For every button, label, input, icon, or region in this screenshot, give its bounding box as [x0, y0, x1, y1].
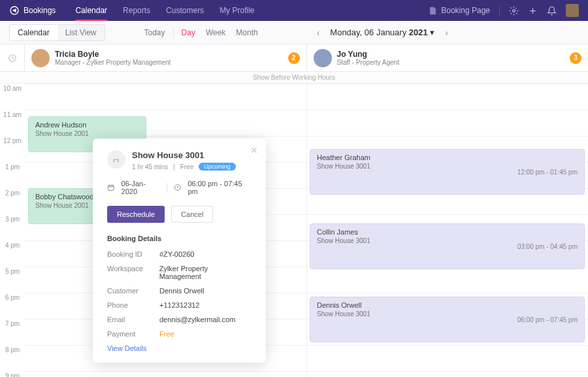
- clock-icon: [0, 44, 25, 71]
- booking-type-icon: [107, 150, 125, 169]
- calendar-event[interactable]: Heather GrahamShow House 300112:00 pm - …: [310, 149, 585, 195]
- separator: [173, 27, 174, 38]
- close-icon[interactable]: ✕: [250, 145, 258, 156]
- staff-column-2[interactable]: Jo Yung Staff - Property Agent 3: [307, 44, 589, 71]
- popover-price: Free: [180, 163, 194, 171]
- prev-day-button[interactable]: ‹: [317, 27, 320, 38]
- range-month[interactable]: Month: [236, 28, 257, 37]
- sub-bar: Calendar List View Today Day Week Month …: [0, 21, 588, 44]
- avatar: [31, 49, 50, 67]
- avatar: [314, 49, 332, 67]
- calendar-event[interactable]: Collin JamesShow House 300103:00 pm - 04…: [310, 223, 585, 269]
- svg-point-1: [513, 9, 515, 12]
- staff-name: Tricia Boyle: [55, 50, 283, 59]
- hour-label: 12 pm: [0, 136, 25, 162]
- hour-label: 10 am: [0, 84, 25, 110]
- popover-title: Show House 3001: [132, 150, 236, 160]
- payment-value: Free: [159, 330, 174, 338]
- before-hours-toggle[interactable]: Show Before Working Hours: [0, 72, 588, 84]
- hour-label: 8 pm: [0, 345, 25, 371]
- today-button[interactable]: Today: [144, 28, 165, 37]
- staff-badge: 2: [288, 52, 300, 64]
- popover-duration: 1 hr 45 mins: [132, 163, 168, 171]
- range-segment: Day Week Month: [182, 28, 258, 37]
- hour-label: 3 pm: [0, 214, 25, 240]
- brand-text: Bookings: [24, 6, 56, 15]
- hour-label: 11 am: [0, 110, 25, 136]
- section-heading: Booking Details: [107, 235, 252, 242]
- view-calendar[interactable]: Calendar: [10, 25, 57, 41]
- hour-label: 1 pm: [0, 162, 25, 188]
- hour-label: 2 pm: [0, 188, 25, 214]
- calendar-icon: [107, 184, 115, 191]
- svg-rect-3: [108, 186, 114, 191]
- cancel-button[interactable]: Cancel: [171, 206, 213, 223]
- hour-label: 5 pm: [0, 267, 25, 293]
- top-right: Booking Page: [428, 4, 579, 17]
- user-avatar[interactable]: [566, 4, 579, 17]
- nav-profile[interactable]: My Profile: [220, 0, 254, 21]
- staff-header: Tricia Boyle Manager - Zylker Property M…: [0, 44, 588, 72]
- workspace-value: Zylker Property Management: [159, 265, 252, 280]
- email-value: dennis@zylkermail.com: [159, 316, 235, 323]
- hour-label: 6 pm: [0, 293, 25, 319]
- hour-label: 4 pm: [0, 240, 25, 267]
- customer-value: Dennis Orwell: [159, 287, 204, 295]
- calendar-grid: 10 am11 am12 pm1 pm2 pm3 pm4 pm5 pm6 pm7…: [0, 84, 588, 377]
- range-week[interactable]: Week: [206, 28, 225, 37]
- range-day[interactable]: Day: [182, 28, 195, 37]
- nav-calendar[interactable]: Calendar: [75, 0, 107, 21]
- bell-icon[interactable]: [547, 6, 557, 16]
- view-details-link[interactable]: View Details: [107, 344, 252, 352]
- popover-time: 06:00 pm - 07:45 pm: [188, 180, 252, 195]
- reschedule-button[interactable]: Reschedule: [107, 206, 165, 223]
- hour-label: 9 pm: [0, 371, 25, 377]
- main-nav: Calendar Reports Customers My Profile: [75, 0, 254, 21]
- top-bar: Bookings Calendar Reports Customers My P…: [0, 0, 588, 21]
- current-date[interactable]: Monday, 06 January 2021 ▾: [330, 27, 434, 37]
- phone-value: +112312312: [159, 301, 199, 309]
- status-badge: Upcoming: [199, 163, 236, 171]
- staff-role: Staff - Property Agent: [337, 59, 565, 66]
- date-navigator: ‹ Monday, 06 January 2021 ▾ ›: [317, 27, 448, 38]
- booking-page-link[interactable]: Booking Page: [428, 6, 490, 16]
- brand-logo: Bookings: [9, 5, 56, 16]
- booking-id-value: #ZY-00260: [159, 250, 194, 258]
- popover-date: 06-Jan-2020: [122, 180, 160, 195]
- staff-badge: 3: [570, 52, 581, 64]
- staff-column-1[interactable]: Tricia Boyle Manager - Zylker Property M…: [25, 44, 307, 71]
- view-segment: Calendar List View: [9, 24, 105, 41]
- next-day-button[interactable]: ›: [445, 27, 448, 38]
- nav-customers[interactable]: Customers: [166, 0, 204, 21]
- clock-icon: [174, 184, 182, 191]
- chevron-down-icon: ▾: [430, 27, 434, 37]
- separator: [499, 5, 500, 16]
- booking-popover: ✕ Show House 3001 1 hr 45 mins | Free Up…: [93, 139, 266, 363]
- calendar-event[interactable]: Dennis OrwellShow House 300106:00 pm - 0…: [310, 297, 585, 342]
- hour-label: 7 pm: [0, 319, 25, 345]
- gear-icon[interactable]: [509, 6, 519, 16]
- plus-icon[interactable]: [528, 6, 538, 16]
- staff-name: Jo Yung: [337, 50, 565, 59]
- nav-reports[interactable]: Reports: [123, 0, 150, 21]
- view-list[interactable]: List View: [57, 25, 105, 41]
- staff-role: Manager - Zylker Property Management: [55, 59, 283, 66]
